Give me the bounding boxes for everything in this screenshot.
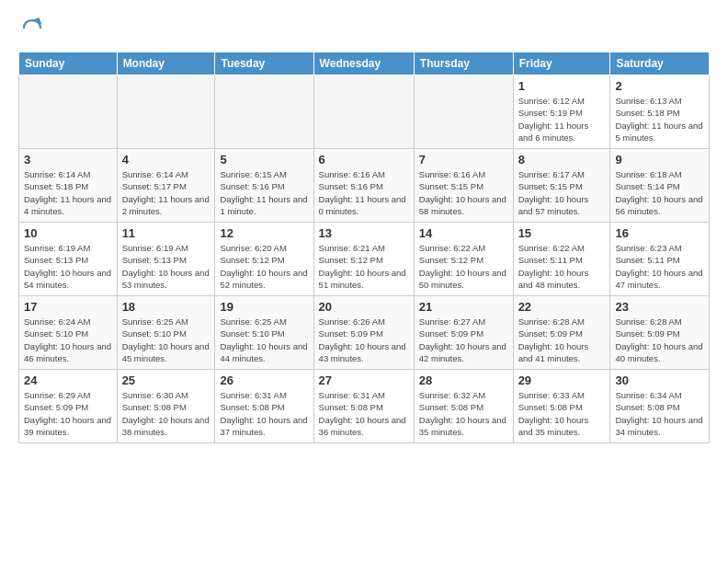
calendar-cell: 20Sunrise: 6:26 AMSunset: 5:09 PMDayligh… <box>313 296 414 370</box>
day-number: 22 <box>518 300 606 314</box>
calendar-cell: 25Sunrise: 6:30 AMSunset: 5:08 PMDayligh… <box>117 370 215 443</box>
day-number: 9 <box>615 153 704 167</box>
day-info: Sunrise: 6:28 AMSunset: 5:09 PMDaylight:… <box>615 316 704 364</box>
weekday-header: Thursday <box>414 52 513 75</box>
calendar-cell: 26Sunrise: 6:31 AMSunset: 5:08 PMDayligh… <box>215 370 313 443</box>
day-info: Sunrise: 6:15 AMSunset: 5:16 PMDaylight:… <box>220 168 308 217</box>
logo-icon <box>18 15 46 42</box>
day-number: 25 <box>122 373 210 387</box>
day-number: 30 <box>615 373 704 387</box>
day-info: Sunrise: 6:28 AMSunset: 5:09 PMDaylight:… <box>518 316 606 364</box>
calendar-cell <box>313 75 414 149</box>
day-info: Sunrise: 6:14 AMSunset: 5:17 PMDaylight:… <box>122 168 210 217</box>
day-info: Sunrise: 6:16 AMSunset: 5:15 PMDaylight:… <box>419 168 508 217</box>
calendar-cell: 21Sunrise: 6:27 AMSunset: 5:09 PMDayligh… <box>414 296 513 370</box>
calendar-cell: 14Sunrise: 6:22 AMSunset: 5:12 PMDayligh… <box>414 223 513 296</box>
day-info: Sunrise: 6:12 AMSunset: 5:19 PMDaylight:… <box>518 95 606 144</box>
calendar-cell: 17Sunrise: 6:24 AMSunset: 5:10 PMDayligh… <box>19 296 118 370</box>
day-info: Sunrise: 6:25 AMSunset: 5:10 PMDaylight:… <box>122 316 210 364</box>
day-number: 28 <box>419 373 508 387</box>
page: SundayMondayTuesdayWednesdayThursdayFrid… <box>0 0 728 563</box>
day-info: Sunrise: 6:22 AMSunset: 5:12 PMDaylight:… <box>419 242 508 291</box>
day-number: 5 <box>220 153 308 167</box>
calendar-cell: 10Sunrise: 6:19 AMSunset: 5:13 PMDayligh… <box>19 223 118 296</box>
day-number: 26 <box>220 373 308 387</box>
calendar-cell: 4Sunrise: 6:14 AMSunset: 5:17 PMDaylight… <box>117 149 215 223</box>
calendar-cell: 19Sunrise: 6:25 AMSunset: 5:10 PMDayligh… <box>215 296 313 370</box>
logo <box>18 15 50 42</box>
calendar-week-row: 3Sunrise: 6:14 AMSunset: 5:18 PMDaylight… <box>19 149 710 223</box>
day-info: Sunrise: 6:25 AMSunset: 5:10 PMDaylight:… <box>220 316 308 364</box>
calendar-cell: 24Sunrise: 6:29 AMSunset: 5:09 PMDayligh… <box>19 370 118 443</box>
calendar: SundayMondayTuesdayWednesdayThursdayFrid… <box>18 52 710 443</box>
day-info: Sunrise: 6:18 AMSunset: 5:14 PMDaylight:… <box>615 168 704 217</box>
day-number: 1 <box>518 79 606 93</box>
day-number: 13 <box>319 226 409 240</box>
day-number: 21 <box>419 300 508 314</box>
day-number: 3 <box>24 153 112 167</box>
day-number: 10 <box>24 226 112 240</box>
day-info: Sunrise: 6:33 AMSunset: 5:08 PMDaylight:… <box>518 389 606 438</box>
weekday-header: Wednesday <box>313 52 414 75</box>
calendar-cell: 6Sunrise: 6:16 AMSunset: 5:16 PMDaylight… <box>313 149 414 223</box>
day-info: Sunrise: 6:34 AMSunset: 5:08 PMDaylight:… <box>615 389 704 438</box>
day-info: Sunrise: 6:24 AMSunset: 5:10 PMDaylight:… <box>24 316 112 364</box>
weekday-header: Tuesday <box>215 52 313 75</box>
calendar-cell: 16Sunrise: 6:23 AMSunset: 5:11 PMDayligh… <box>610 223 710 296</box>
day-info: Sunrise: 6:32 AMSunset: 5:08 PMDaylight:… <box>419 389 508 438</box>
day-info: Sunrise: 6:27 AMSunset: 5:09 PMDaylight:… <box>419 316 508 364</box>
calendar-week-row: 17Sunrise: 6:24 AMSunset: 5:10 PMDayligh… <box>19 296 710 370</box>
calendar-week-row: 10Sunrise: 6:19 AMSunset: 5:13 PMDayligh… <box>19 223 710 296</box>
calendar-cell: 28Sunrise: 6:32 AMSunset: 5:08 PMDayligh… <box>414 370 513 443</box>
weekday-header: Saturday <box>610 52 710 75</box>
day-info: Sunrise: 6:19 AMSunset: 5:13 PMDaylight:… <box>122 242 210 291</box>
weekday-header: Sunday <box>19 52 118 75</box>
day-number: 18 <box>122 300 210 314</box>
calendar-cell: 13Sunrise: 6:21 AMSunset: 5:12 PMDayligh… <box>313 223 414 296</box>
day-number: 12 <box>220 226 308 240</box>
weekday-header: Monday <box>117 52 215 75</box>
calendar-cell: 30Sunrise: 6:34 AMSunset: 5:08 PMDayligh… <box>610 370 710 443</box>
day-info: Sunrise: 6:17 AMSunset: 5:15 PMDaylight:… <box>518 168 606 217</box>
day-number: 15 <box>518 226 606 240</box>
calendar-week-row: 24Sunrise: 6:29 AMSunset: 5:09 PMDayligh… <box>19 370 710 443</box>
calendar-cell: 27Sunrise: 6:31 AMSunset: 5:08 PMDayligh… <box>313 370 414 443</box>
day-number: 2 <box>615 79 704 93</box>
calendar-cell: 9Sunrise: 6:18 AMSunset: 5:14 PMDaylight… <box>610 149 710 223</box>
day-info: Sunrise: 6:14 AMSunset: 5:18 PMDaylight:… <box>24 168 112 217</box>
calendar-cell: 2Sunrise: 6:13 AMSunset: 5:18 PMDaylight… <box>610 75 710 149</box>
day-number: 23 <box>615 300 704 314</box>
day-number: 16 <box>615 226 704 240</box>
header <box>18 15 710 42</box>
calendar-cell: 15Sunrise: 6:22 AMSunset: 5:11 PMDayligh… <box>513 223 610 296</box>
calendar-cell: 22Sunrise: 6:28 AMSunset: 5:09 PMDayligh… <box>513 296 610 370</box>
day-number: 24 <box>24 373 112 387</box>
calendar-cell <box>117 75 215 149</box>
calendar-cell <box>215 75 313 149</box>
day-number: 14 <box>419 226 508 240</box>
day-info: Sunrise: 6:31 AMSunset: 5:08 PMDaylight:… <box>319 389 409 438</box>
calendar-cell: 29Sunrise: 6:33 AMSunset: 5:08 PMDayligh… <box>513 370 610 443</box>
day-number: 20 <box>319 300 409 314</box>
calendar-cell: 8Sunrise: 6:17 AMSunset: 5:15 PMDaylight… <box>513 149 610 223</box>
calendar-header-row: SundayMondayTuesdayWednesdayThursdayFrid… <box>19 52 710 75</box>
day-info: Sunrise: 6:29 AMSunset: 5:09 PMDaylight:… <box>24 389 112 438</box>
calendar-cell: 5Sunrise: 6:15 AMSunset: 5:16 PMDaylight… <box>215 149 313 223</box>
day-info: Sunrise: 6:23 AMSunset: 5:11 PMDaylight:… <box>615 242 704 291</box>
day-info: Sunrise: 6:30 AMSunset: 5:08 PMDaylight:… <box>122 389 210 438</box>
day-info: Sunrise: 6:20 AMSunset: 5:12 PMDaylight:… <box>220 242 308 291</box>
calendar-cell: 3Sunrise: 6:14 AMSunset: 5:18 PMDaylight… <box>19 149 118 223</box>
day-info: Sunrise: 6:16 AMSunset: 5:16 PMDaylight:… <box>319 168 409 217</box>
calendar-cell: 1Sunrise: 6:12 AMSunset: 5:19 PMDaylight… <box>513 75 610 149</box>
calendar-week-row: 1Sunrise: 6:12 AMSunset: 5:19 PMDaylight… <box>19 75 710 149</box>
calendar-cell: 7Sunrise: 6:16 AMSunset: 5:15 PMDaylight… <box>414 149 513 223</box>
day-number: 17 <box>24 300 112 314</box>
day-number: 6 <box>319 153 409 167</box>
day-info: Sunrise: 6:21 AMSunset: 5:12 PMDaylight:… <box>319 242 409 291</box>
day-number: 4 <box>122 153 210 167</box>
day-number: 7 <box>419 153 508 167</box>
calendar-cell: 18Sunrise: 6:25 AMSunset: 5:10 PMDayligh… <box>117 296 215 370</box>
calendar-cell: 23Sunrise: 6:28 AMSunset: 5:09 PMDayligh… <box>610 296 710 370</box>
svg-rect-0 <box>18 15 46 42</box>
day-number: 19 <box>220 300 308 314</box>
